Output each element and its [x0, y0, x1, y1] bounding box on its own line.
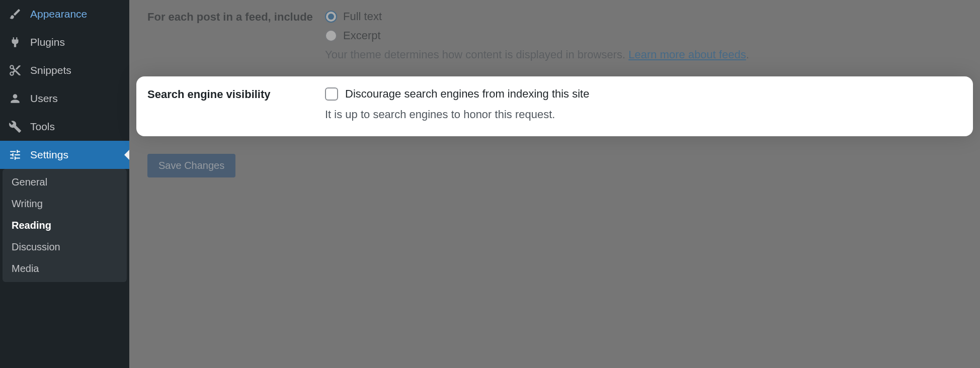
sidebar-item-snippets[interactable]: Snippets: [0, 56, 129, 84]
sidebar-item-label: Settings: [30, 149, 68, 161]
settings-submenu: General Writing Reading Discussion Media: [3, 169, 127, 282]
sidebar-item-tools[interactable]: Tools: [0, 113, 129, 141]
person-icon: [8, 91, 23, 106]
plug-icon: [8, 35, 23, 50]
seo-description: It is up to search engines to honor this…: [325, 108, 962, 121]
sidebar-item-label: Snippets: [30, 64, 71, 76]
main-content: For each post in a feed, include Full te…: [129, 0, 980, 368]
sliders-icon: [8, 147, 23, 162]
sidebar-item-label: Plugins: [30, 36, 65, 48]
sidebar-item-label: Users: [30, 93, 58, 105]
sidebar-item-label: Tools: [30, 121, 55, 133]
seo-visibility-label: Search engine visibility: [147, 87, 316, 102]
checkbox-label-discourage: Discourage search engines from indexing …: [345, 87, 589, 101]
search-engine-visibility-section: Search engine visibility Discourage sear…: [136, 76, 973, 136]
admin-sidebar: Appearance Plugins Snippets Users Tools …: [0, 0, 129, 368]
brush-icon: [8, 7, 23, 22]
sidebar-item-users[interactable]: Users: [0, 84, 129, 113]
dimming-overlay: [129, 0, 980, 368]
sidebar-item-label: Appearance: [30, 8, 87, 20]
sidebar-item-plugins[interactable]: Plugins: [0, 28, 129, 56]
sidebar-subitem-general[interactable]: General: [3, 171, 127, 193]
scissors-icon: [8, 63, 23, 78]
sidebar-item-settings[interactable]: Settings: [0, 141, 129, 169]
sidebar-subitem-media[interactable]: Media: [3, 258, 127, 280]
wrench-icon: [8, 119, 23, 134]
sidebar-subitem-discussion[interactable]: Discussion: [3, 236, 127, 258]
sidebar-subitem-writing[interactable]: Writing: [3, 193, 127, 215]
checkbox-option-discourage[interactable]: Discourage search engines from indexing …: [325, 87, 962, 101]
checkbox-input-discourage[interactable]: [325, 87, 338, 101]
sidebar-item-appearance[interactable]: Appearance: [0, 0, 129, 28]
sidebar-subitem-reading[interactable]: Reading: [3, 215, 127, 236]
